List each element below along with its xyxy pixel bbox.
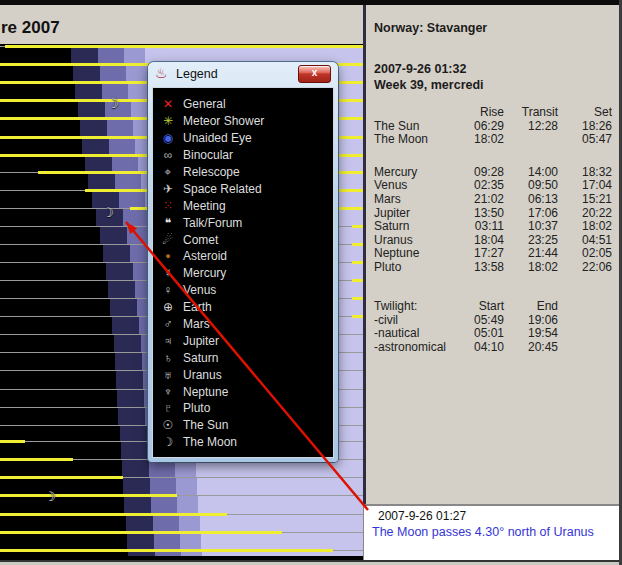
twilight-band: [118, 407, 145, 425]
event-bar: [352, 261, 363, 264]
set-value: 18:02: [558, 220, 612, 234]
comet-icon: ☄: [158, 233, 178, 247]
twilight-header-row: Twilight:StartEnd: [374, 300, 614, 314]
legend-item: ♅Uranus: [153, 366, 333, 383]
twilight-band: [112, 155, 138, 172]
window-top-border: [0, 0, 622, 5]
twilight-band: [128, 82, 149, 100]
legend-item: ∞Binocular: [153, 147, 333, 164]
venus-icon: ♀: [158, 283, 178, 297]
twilight-band: [124, 46, 145, 64]
twilight-band: [114, 334, 141, 352]
end-header: End: [504, 300, 558, 314]
set-value: 17:04: [558, 179, 612, 193]
transit-value: 06:13: [504, 193, 558, 207]
twilight-band: [177, 495, 198, 514]
twilight-band: [103, 244, 130, 262]
sun-icon: ☉: [158, 418, 178, 432]
twilight-band: [100, 64, 126, 82]
set-value: 15:21: [558, 193, 612, 207]
twilight-band: [109, 137, 135, 155]
legend-item: ✈Space Related: [153, 180, 333, 197]
chart-row: [0, 514, 363, 532]
twilight-band: [198, 495, 363, 514]
body-name: Saturn: [374, 220, 466, 234]
legend-item: ⁙Meeting: [153, 197, 333, 214]
set-value: 18:26: [558, 120, 612, 134]
unaided-eye-icon: ◉: [158, 131, 178, 145]
moon-marker-icon[interactable]: ☽: [44, 489, 56, 504]
legend-item: ☄Comet: [153, 231, 333, 248]
datetime-text: 2007-9-26 01:32: [374, 62, 466, 76]
event-bar: [0, 531, 282, 534]
rise-value: 21:02: [466, 193, 504, 207]
rise-value: 13:58: [466, 261, 504, 275]
general-icon: ✕: [158, 97, 178, 111]
event-datetime: 2007-9-26 01:27: [378, 509, 615, 524]
ephemeris-table: RiseTransitSetThe Sun06:2912:2818:26The …: [374, 106, 614, 275]
twilight-label: Twilight:: [374, 300, 466, 314]
legend-list: ✕General✳Meteor Shower◉Unaided Eye∞Binoc…: [152, 87, 334, 458]
twilight-band: [117, 389, 144, 407]
twilight-band: [121, 441, 148, 459]
event-text[interactable]: The Moon passes 4.30° north of Uranus: [372, 524, 615, 540]
set-value: 22:06: [558, 261, 612, 275]
twilight-band: [100, 226, 127, 244]
pluto-icon: ♇: [158, 401, 178, 415]
legend-item-label: Mercury: [183, 266, 226, 280]
moon-marker-icon[interactable]: ☽: [107, 96, 119, 111]
jupiter-icon: ♃: [158, 334, 178, 348]
twilight-band: [153, 514, 179, 532]
twilight-band: [115, 172, 141, 190]
transit-value: 10:37: [504, 220, 558, 234]
twilight-band: [200, 514, 363, 532]
event-box: 2007-9-26 01:27 The Moon passes 4.30° no…: [363, 504, 619, 560]
legend-title: Legend: [176, 67, 218, 81]
rise-value: 13:50: [466, 207, 504, 221]
twilight-band: [120, 425, 147, 441]
twilight-band: [119, 190, 145, 208]
legend-item-label: Asteroid: [183, 249, 227, 263]
legend-item: ♀Venus: [153, 282, 333, 299]
event-bar: [0, 440, 25, 443]
rise-value: 09:28: [466, 166, 504, 180]
meteor-shower-icon: ✳: [158, 114, 178, 128]
legend-item-label: Meteor Shower: [183, 114, 264, 128]
twilight-band: [126, 64, 147, 82]
body-name: Pluto: [374, 261, 466, 275]
start-value: 04:10: [466, 341, 504, 355]
twilight-name: -civil: [374, 314, 466, 328]
twilight-band: [85, 155, 112, 172]
twilight-band: [98, 46, 124, 64]
ephemeris-row: Venus02:3509:5017:04: [374, 179, 614, 193]
ephemeris-row: The Sun06:2912:2818:26: [374, 120, 614, 134]
twilight-band: [71, 46, 98, 64]
twilight-band: [150, 477, 176, 495]
earth-icon: ⊕: [158, 300, 178, 314]
set-value: 05:47: [558, 133, 612, 147]
set-value: 18:32: [558, 166, 612, 180]
twilight-band: [179, 514, 200, 532]
set-value: 20:22: [558, 207, 612, 221]
twilight-band: [151, 495, 177, 514]
legend-titlebar[interactable]: ♨ Legend x: [148, 62, 338, 87]
twilight-band: [127, 532, 154, 550]
twilight-band: [107, 118, 133, 137]
ephemeris-header-row: RiseTransitSet: [374, 106, 614, 120]
chart-row: [0, 550, 363, 556]
end-value: 20:45: [504, 341, 558, 355]
close-button[interactable]: x: [298, 65, 331, 83]
moon-marker-icon[interactable]: ☽: [102, 205, 114, 220]
rise-value: 06:29: [466, 120, 504, 134]
legend-item-label: Comet: [183, 233, 218, 247]
rise-header: Rise: [466, 106, 504, 120]
saturn-icon: ♄: [158, 351, 178, 365]
legend-item: ◉Unaided Eye: [153, 130, 333, 147]
rise-value: 18:04: [466, 234, 504, 248]
transit-value: 21:44: [504, 247, 558, 261]
event-bar: [352, 279, 363, 282]
java-icon: ♨: [155, 65, 168, 81]
transit-value: 09:50: [504, 179, 558, 193]
talk-forum-icon: ❝: [158, 216, 178, 230]
mercury-icon: ☿: [158, 266, 178, 280]
